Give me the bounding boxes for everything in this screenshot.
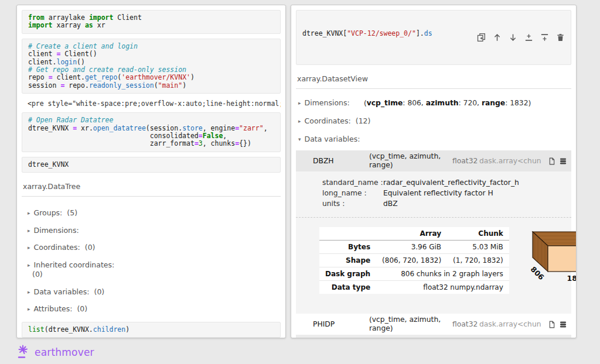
datatree-section-attributes[interactable]: ▸Attributes:(0) [28,304,118,314]
variable-dtype: float32 [452,157,479,166]
earthmover-wordmark: earthmover [35,346,94,358]
section-count: (5) [67,208,77,217]
dask-row-value: (1, 720, 1832) [447,254,509,267]
variable-dims: (vcp_time, azimuth, range) [369,152,452,170]
code-line: zarr_format=3, chunks={}) [28,140,274,147]
cube-front-face [548,246,577,272]
code-cell-dtree-repr[interactable]: dtree_KVNX [22,157,281,173]
coordinates-count: (12) [356,116,371,125]
code-area[interactable]: dtree_KVNX["VCP-12/sweep_0/"].ds [302,30,471,37]
variable-name: PHIDP [313,320,369,329]
code-cell-open-datatree[interactable]: # Open Radar Datatreedtree_KVNX = xr.ope… [22,112,281,152]
collapsed-arrow-icon: ▸ [28,245,30,250]
dask-table-row: Data typefloat32 numpy.ndarray [319,281,509,294]
datatree-section-inherited-coordinates[interactable]: ▸Inherited coordinates:(0) [28,260,118,280]
code-line: list(dtree_KVNX.children) [28,326,274,334]
pre-html-output: <pre style="white-space:pre;overflow-x:a… [28,99,281,108]
dimensions-summary: (vcp_time: 806, azimuth: 720, range: 183… [364,99,571,107]
section-data-variables-label: Data variables: [305,135,360,143]
collapsed-arrow-icon: ▸ [28,210,30,216]
expanded-arrow-icon: ▾ [298,136,301,142]
section-dimensions-label: ▸Dimensions: [298,98,364,107]
variable-row-dbzh[interactable]: DBZH (vcp_time, azimuth, range) float32 … [296,150,571,171]
datatree-section-coordinates[interactable]: ▸Coordinates:(0) [28,243,118,253]
dask-row-label: Shape [319,254,376,267]
dask-row-label: Bytes [319,241,376,254]
attr-value: Equivalent reflectivity factor H [383,189,567,197]
dask-table-row: Dask graph806 chunks in 2 graph layers [319,267,509,281]
notebook-desktop: from arraylake import Clientimport xarra… [0,0,600,364]
attr-value: radar_equivalent_reflectivity_factor_h [383,178,567,187]
variable-preview: dask.array<chun... [479,157,541,166]
attr-key: long_name : [322,189,383,197]
dask-row-label: Data type [319,281,376,294]
code-cell-session[interactable]: # Create a client and loginclient = Clie… [22,39,281,94]
variable-row-phidp[interactable]: PHIDP(vcp_time, azimuth, range)float32da… [296,314,571,335]
collapsed-arrow-icon: ▸ [28,289,30,295]
earthmover-flower-icon [16,345,29,359]
section-dimensions[interactable]: ▸Dimensions: (vcp_time: 806, azimuth: 72… [298,98,571,107]
code-line: dtree_KVNX [28,161,274,169]
code-cell-datasetview[interactable]: dtree_KVNX["VCP-12/sweep_0/"].ds [296,10,571,65]
section-label: Coordinates: [34,243,80,252]
datatree-section-dimensions[interactable]: ▸Dimensions: [28,226,118,236]
dask-chunk-cube: 1832 720 806 [523,228,577,290]
right-notebook-panel: dtree_KVNX["VCP-12/sweep_0/"].ds [291,5,577,338]
collapsed-arrow-icon: ▸ [298,118,301,124]
code-line: repo = client.get_repo('earthmover/KVNX'… [28,74,274,81]
section-coordinates-label: Coordinates: [305,116,351,125]
duplicate-cell-icon[interactable] [477,33,486,42]
code-line: client = Client() [28,50,274,58]
move-cell-down-icon[interactable] [509,33,517,42]
datasetview-repr-title: xarray.DatasetView [297,74,571,83]
code-line: from arraylake import Client [28,14,274,22]
attr-value: dBZ [383,200,567,208]
attrs-file-icon[interactable] [548,157,555,165]
section-count: (0) [94,287,105,296]
datatree-section-groups[interactable]: ▸Groups:(5) [28,208,118,218]
datatree-section-data-variables[interactable]: ▸Data variables:(0) [28,287,118,297]
variable-preview: dask.array<chun... [479,320,541,329]
delete-cell-icon[interactable] [556,33,565,42]
move-cell-up-icon[interactable] [493,33,502,42]
dask-table-row: Bytes3.96 GiB5.03 MiB [319,241,509,254]
code-line: session = repo.readonly_session("main") [28,82,274,90]
section-label: Attributes: [34,304,73,313]
variable-attributes: standard_name :radar_equivalent_reflecti… [296,171,571,214]
section-data-variables[interactable]: ▾Data variables: [298,135,571,143]
attr-key: standard_name : [322,178,383,187]
children-cell-group: list(dtree_KVNX.children) ['VCP-32', 'VC… [22,322,281,338]
dask-col-header: Chunk [447,227,509,241]
code-cell-list-children[interactable]: list(dtree_KVNX.children) [22,322,281,338]
dask-table-row: Shape(806, 720, 1832)(1, 720, 1832) [319,254,509,267]
code-line: dtree_KVNX["VCP-12/sweep_0/"].ds [302,30,471,37]
section-count: (0) [85,243,96,252]
dask-row-value: 806 chunks in 2 graph layers [376,267,509,281]
code-line: # Open Radar Datatree [28,116,274,124]
data-database-icon[interactable] [560,321,567,328]
insert-cell-below-icon[interactable] [540,33,549,42]
datatree-repr-title: xarray.DataTree [23,182,281,191]
section-label: Inherited coordinates: [34,260,115,269]
dask-row-value: float32 numpy.ndarray [376,281,509,294]
data-database-icon[interactable] [560,157,567,165]
collapsed-arrow-icon: ▸ [28,262,30,268]
variable-dtype: float32 [452,320,479,329]
section-label: Data variables: [34,287,90,296]
variable-row-rhohv[interactable]: RHOHV(vcp_time, azimuth, range)float32da… [296,335,571,338]
section-coordinates[interactable]: ▸Coordinates:(12) [298,116,571,125]
variable-name: DBZH [313,157,369,166]
dask-array-repr: ArrayChunkBytes3.96 GiB5.03 MiBShape(806… [296,218,571,314]
dask-row-label: Dask graph [319,267,376,281]
variable-row-icons [541,321,567,328]
dask-summary-table: ArrayChunkBytes3.96 GiB5.03 MiBShape(806… [319,227,509,294]
code-cell-imports[interactable]: from arraylake import Clientimport xarra… [22,10,281,34]
datatree-sections: ▸Groups:(5)▸Dimensions:▸Coordinates:(0)▸… [28,208,281,322]
insert-cell-above-icon[interactable] [524,33,533,42]
variable-row-icons [541,157,567,165]
code-line: client.login() [28,59,274,66]
dask-row-value: 5.03 MiB [447,241,509,254]
code-line: import xarray as xr [28,22,274,29]
attrs-file-icon[interactable] [548,321,555,328]
section-label: Dimensions: [34,226,79,235]
